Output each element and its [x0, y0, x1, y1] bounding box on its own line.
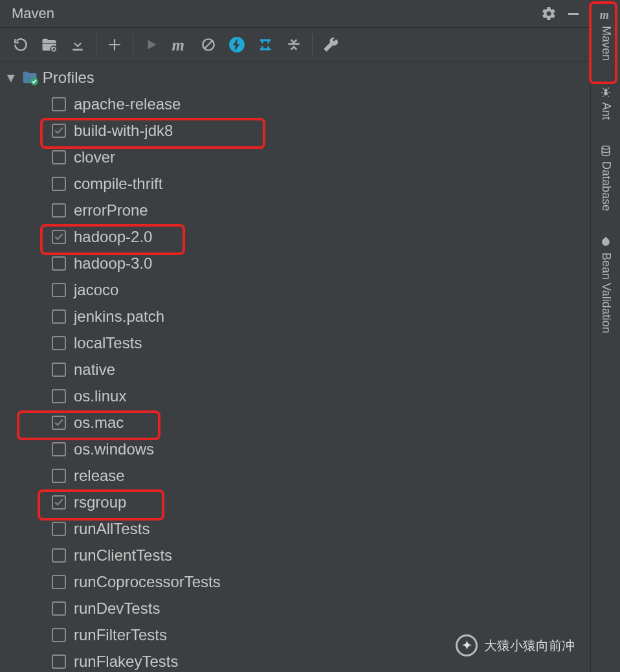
panel-title-bar: Maven — [0, 0, 590, 27]
checkbox[interactable] — [52, 177, 66, 191]
checkbox[interactable] — [52, 495, 66, 510]
download-icon[interactable] — [63, 30, 92, 59]
checkbox[interactable] — [52, 601, 66, 616]
maven-toolbar: m — [0, 27, 590, 62]
right-tool-window-stripe: mMavenAntDatabaseBean Validation — [590, 0, 620, 672]
stripe-item-label: Bean Validation — [599, 252, 613, 333]
checkbox[interactable] — [52, 416, 66, 430]
checkbox[interactable] — [52, 389, 66, 403]
profile-label: os.mac — [74, 414, 124, 432]
profile-item[interactable]: compile-thrift — [52, 170, 590, 197]
profile-label: native — [74, 361, 115, 379]
profile-label: errorProne — [74, 201, 148, 219]
profile-item[interactable]: os.linux — [52, 383, 590, 409]
checkbox[interactable] — [52, 309, 66, 324]
profile-item[interactable]: build-with-jdk8 — [52, 117, 590, 144]
stripe-item-ant[interactable]: Ant — [591, 78, 620, 128]
profile-item[interactable]: release — [52, 462, 590, 489]
profile-label: runFilterTests — [74, 626, 167, 644]
profile-label: jenkins.patch — [74, 308, 164, 326]
wechat-icon: ✦ — [456, 634, 478, 656]
profile-item[interactable]: os.mac — [52, 409, 590, 436]
checkbox[interactable] — [52, 203, 66, 218]
checkbox[interactable] — [52, 575, 66, 589]
stripe-item-database[interactable]: Database — [591, 137, 620, 219]
folder-reload-icon[interactable] — [35, 30, 63, 59]
watermark: ✦ 大猿小猿向前冲 — [456, 634, 575, 656]
profile-label: hadoop-3.0 — [74, 254, 152, 273]
checkbox[interactable] — [52, 283, 66, 297]
profile-item[interactable]: os.windows — [52, 436, 590, 462]
checkbox[interactable] — [52, 655, 66, 669]
gear-icon[interactable] — [541, 6, 557, 21]
skip-tests-icon[interactable] — [194, 30, 223, 59]
profile-item[interactable]: runCoprocessorTests — [52, 568, 590, 595]
lightning-icon[interactable] — [223, 30, 251, 59]
checkbox[interactable] — [52, 336, 66, 350]
profile-item[interactable]: hadoop-3.0 — [52, 250, 590, 276]
profile-item[interactable]: native — [52, 356, 590, 383]
expand-arrow-icon[interactable]: ▼ — [5, 70, 17, 85]
tree-root-profiles[interactable]: ▼ Profiles — [5, 67, 590, 91]
m-letter-icon[interactable]: m — [166, 30, 194, 59]
svg-text:m: m — [172, 36, 184, 54]
stripe-item-label: Ant — [599, 102, 613, 120]
stripe-item-maven[interactable]: mMaven — [591, 0, 620, 69]
checkbox[interactable] — [52, 124, 66, 138]
offline-bars-icon[interactable] — [251, 30, 280, 59]
profile-label: rsgroup — [74, 493, 126, 511]
toolbar-separator — [312, 34, 313, 56]
profile-label: apache-release — [74, 95, 181, 113]
checkbox[interactable] — [52, 256, 66, 271]
svg-text:m: m — [600, 8, 609, 21]
profile-label: localTests — [74, 334, 142, 352]
profile-item[interactable]: clover — [52, 144, 590, 170]
profile-label: release — [74, 467, 125, 485]
svg-point-1 — [50, 45, 58, 53]
profile-item[interactable]: runAllTests — [52, 515, 590, 542]
stripe-item-bean-validation[interactable]: Bean Validation — [591, 228, 620, 341]
profile-item[interactable]: localTests — [52, 330, 590, 356]
svg-rect-0 — [568, 13, 579, 15]
profile-item[interactable]: hadoop-2.0 — [52, 223, 590, 250]
ant-icon — [599, 85, 612, 98]
plus-icon[interactable] — [100, 30, 129, 59]
toolbar-separator — [133, 34, 133, 56]
svg-point-9 — [604, 92, 608, 96]
checkbox[interactable] — [52, 230, 66, 244]
reload-icon[interactable] — [6, 30, 35, 59]
profile-label: runClientTests — [74, 546, 172, 565]
checkbox[interactable] — [52, 522, 66, 536]
profile-item[interactable]: errorProne — [52, 197, 590, 223]
checkbox[interactable] — [52, 442, 66, 456]
profile-item[interactable]: apache-release — [52, 91, 590, 117]
profile-item[interactable]: rsgroup — [52, 489, 590, 515]
profiles-list: apache-releasebuild-with-jdk8clovercompi… — [5, 91, 590, 672]
profile-label: clover — [74, 148, 115, 166]
profile-label: jacoco — [74, 281, 118, 299]
stripe-item-label: Maven — [599, 26, 613, 61]
checkbox[interactable] — [52, 97, 66, 111]
wrench-icon[interactable] — [316, 30, 345, 59]
svg-point-10 — [602, 146, 610, 150]
profile-label: build-with-jdk8 — [74, 122, 173, 140]
database-icon — [599, 144, 612, 157]
profile-label: runAllTests — [74, 520, 149, 538]
profile-item[interactable]: runClientTests — [52, 542, 590, 568]
run-icon[interactable] — [137, 30, 166, 59]
profile-item[interactable]: jacoco — [52, 276, 590, 303]
checkbox[interactable] — [52, 469, 66, 483]
checkbox[interactable] — [52, 363, 66, 377]
profile-label: compile-thrift — [74, 175, 162, 193]
collapse-icon[interactable] — [280, 30, 308, 59]
profile-label: os.windows — [74, 440, 154, 458]
profile-item[interactable]: runDevTests — [52, 595, 590, 622]
minimize-icon[interactable] — [566, 6, 581, 21]
folder-icon — [21, 69, 39, 87]
panel-title: Maven — [12, 5, 54, 22]
checkbox[interactable] — [52, 150, 66, 164]
checkbox[interactable] — [52, 628, 66, 642]
profile-item[interactable]: jenkins.patch — [52, 303, 590, 330]
checkbox[interactable] — [52, 548, 66, 563]
svg-rect-2 — [72, 49, 82, 51]
